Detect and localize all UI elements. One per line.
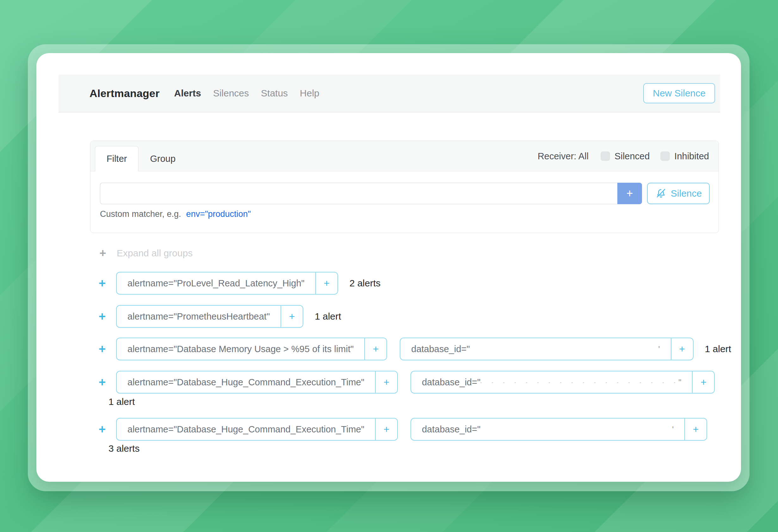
tabs: Filter Group xyxy=(95,146,187,171)
silence-button-label: Silence xyxy=(671,188,702,199)
redacted-value xyxy=(480,376,677,388)
alert-group-row: + alertname="Database_Huge_Command_Execu… xyxy=(96,371,715,393)
silenced-checkbox[interactable] xyxy=(601,152,610,161)
outer-frame: Alertmanager Alerts Silences Status Help… xyxy=(28,44,750,491)
expand-all-label: Expand all groups xyxy=(117,248,192,259)
alert-group-row: + alertname="Database Memory Usage > %95… xyxy=(96,338,731,360)
matcher-label[interactable]: alertname="PrometheusHeartbeat" xyxy=(117,306,281,327)
add-filter-button[interactable]: + xyxy=(671,338,693,360)
matcher-chip: database_id=" ' + xyxy=(400,338,693,360)
add-filter-button[interactable]: + xyxy=(692,371,714,393)
matcher-chip: alertname="PrometheusHeartbeat" + xyxy=(116,305,303,328)
filter-panel-header: Filter Group Receiver: All Silenced Inhi… xyxy=(90,141,718,171)
alert-count: 2 alerts xyxy=(349,278,380,289)
close-quote: ' xyxy=(658,344,660,354)
matcher-label-redacted[interactable]: database_id=" ' xyxy=(411,419,684,440)
add-filter-button[interactable]: + xyxy=(315,272,337,294)
matcher-label-text: database_id=" xyxy=(411,344,470,354)
inhibited-checkbox[interactable] xyxy=(660,152,670,161)
add-filter-button[interactable]: + xyxy=(375,419,397,440)
alert-count: 3 alerts xyxy=(108,443,140,454)
matcher-label-redacted[interactable]: database_id=" " xyxy=(411,371,692,393)
alert-count: 1 alert xyxy=(108,396,135,407)
alert-count: 1 alert xyxy=(705,344,731,354)
matcher-label[interactable]: alertname="Database Memory Usage > %95 o… xyxy=(117,338,364,360)
matcher-chip: alertname="Database_Huge_Command_Executi… xyxy=(116,418,398,441)
tab-group[interactable]: Group xyxy=(139,146,187,171)
nav-help[interactable]: Help xyxy=(300,88,319,99)
expand-group-icon[interactable]: + xyxy=(96,423,108,436)
receiver-filter[interactable]: Receiver: All xyxy=(538,151,589,162)
matcher-chip: database_id=" " + xyxy=(410,371,715,393)
alert-group-row: + alertname="ProLevel_Read_Latency_High"… xyxy=(96,272,380,294)
navbar: Alertmanager Alerts Silences Status Help… xyxy=(59,75,720,112)
nav-status[interactable]: Status xyxy=(261,88,288,99)
matcher-label-text: database_id=" xyxy=(422,377,480,387)
nav-silences[interactable]: Silences xyxy=(213,88,249,99)
new-silence-button[interactable]: New Silence xyxy=(643,83,715,103)
matcher-chip: database_id=" ' + xyxy=(410,418,707,441)
plus-icon: + xyxy=(97,247,108,260)
matcher-label-text: database_id=" xyxy=(422,424,480,435)
close-quote: ' xyxy=(672,425,674,434)
matcher-label-redacted[interactable]: database_id=" ' xyxy=(400,338,671,360)
nav-links: Alerts Silences Status Help xyxy=(174,88,319,99)
expand-group-icon[interactable]: + xyxy=(96,342,108,356)
app-window: Alertmanager Alerts Silences Status Help… xyxy=(36,53,741,482)
filter-options: Receiver: All Silenced Inhibited xyxy=(538,141,709,171)
redacted-value xyxy=(470,343,656,355)
brand[interactable]: Alertmanager xyxy=(89,87,160,100)
filter-panel-body: + Silence Custom matcher, e.g. xyxy=(90,171,718,219)
add-matcher-button[interactable]: + xyxy=(617,183,642,204)
add-filter-button[interactable]: + xyxy=(375,371,397,393)
tab-filter[interactable]: Filter xyxy=(95,146,139,171)
matcher-label[interactable]: alertname="Database_Huge_Command_Executi… xyxy=(117,419,375,440)
matcher-label[interactable]: alertname="ProLevel_Read_Latency_High" xyxy=(117,272,315,294)
close-quote: " xyxy=(678,377,681,387)
redacted-value xyxy=(480,423,670,436)
matcher-row: + Silence xyxy=(100,183,710,204)
hint-text: Custom matcher, e.g. xyxy=(100,209,181,219)
matcher-chip: alertname="ProLevel_Read_Latency_High" + xyxy=(116,272,338,294)
matcher-example-link[interactable]: env="production" xyxy=(186,209,251,219)
expand-group-icon[interactable]: + xyxy=(96,277,108,290)
inhibited-label[interactable]: Inhibited xyxy=(674,151,709,162)
add-filter-button[interactable]: + xyxy=(364,338,386,360)
matcher-label[interactable]: alertname="Database_Huge_Command_Executi… xyxy=(117,371,375,393)
matcher-chip: alertname="Database_Huge_Command_Executi… xyxy=(116,371,398,393)
expand-group-icon[interactable]: + xyxy=(96,310,108,323)
expand-all-groups[interactable]: + Expand all groups xyxy=(97,247,192,260)
filter-panel: Filter Group Receiver: All Silenced Inhi… xyxy=(90,141,719,233)
nav-alerts[interactable]: Alerts xyxy=(174,88,201,99)
silence-button[interactable]: Silence xyxy=(647,183,710,204)
matcher-hint: Custom matcher, e.g. env="production" xyxy=(100,209,710,219)
silenced-label[interactable]: Silenced xyxy=(615,151,649,162)
alert-count: 1 alert xyxy=(315,311,341,322)
bell-slash-icon xyxy=(655,187,667,199)
add-filter-button[interactable]: + xyxy=(281,306,303,327)
matcher-input[interactable] xyxy=(100,183,617,204)
alert-group-row: + alertname="PrometheusHeartbeat" + 1 al… xyxy=(96,305,341,328)
alert-group-row: + alertname="Database_Huge_Command_Execu… xyxy=(96,418,707,441)
expand-group-icon[interactable]: + xyxy=(96,375,108,389)
add-filter-button[interactable]: + xyxy=(684,419,706,440)
matcher-chip: alertname="Database Memory Usage > %95 o… xyxy=(116,338,387,360)
